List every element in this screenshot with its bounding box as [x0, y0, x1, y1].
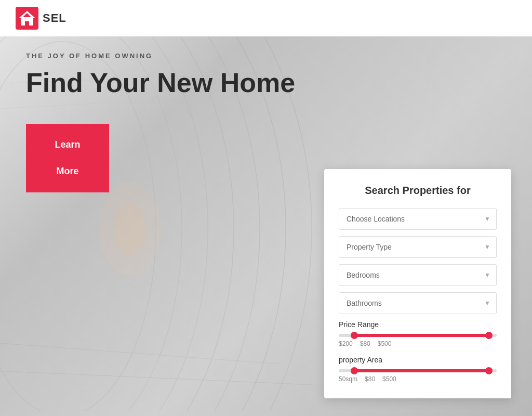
property-area-label: property Area: [339, 356, 497, 364]
hero-title: Find Your New Home: [26, 68, 295, 98]
property-area-values: 50sqm $80 $500: [339, 375, 497, 383]
property-area-slider-container: [339, 369, 497, 372]
area-mid-value: $80: [365, 375, 375, 383]
search-panel: Search Properties for Choose Locations ▼…: [324, 169, 511, 398]
price-range-fill: [354, 334, 488, 337]
property-area-section: property Area 50sqm $80 $500: [339, 356, 497, 383]
property-area-thumb-right[interactable]: [485, 367, 493, 374]
location-dropdown[interactable]: Choose Locations: [339, 208, 497, 230]
hero-content: THE JOY OF HOME OWNING Find Your New Hom…: [26, 52, 295, 192]
price-range-label: Price Range: [339, 320, 497, 329]
price-max-value: $500: [378, 340, 392, 347]
bathrooms-dropdown[interactable]: Bathrooms: [339, 292, 497, 314]
price-mid-value: $80: [360, 340, 370, 347]
price-min-value: $200: [339, 340, 353, 347]
price-range-slider-container: [339, 334, 497, 337]
price-range-thumb-right[interactable]: [485, 332, 493, 339]
svg-line-13: [0, 343, 281, 364]
price-range-section: Price Range $200 $80 $500: [339, 320, 497, 347]
svg-line-12: [0, 369, 312, 385]
search-title: Search Properties for: [339, 185, 497, 197]
svg-point-15: [114, 203, 145, 255]
bedrooms-dropdown-wrapper: Bedrooms ▼: [339, 264, 497, 286]
hero-subtitle: THE JOY OF HOME OWNING: [26, 52, 295, 60]
price-range-values: $200 $80 $500: [339, 340, 497, 347]
bathrooms-dropdown-wrapper: Bathrooms ▼: [339, 292, 497, 314]
area-min-value: 50sqm: [339, 375, 357, 383]
property-area-fill: [354, 369, 488, 372]
header: SEL: [0, 0, 532, 36]
property-area-thumb-left[interactable]: [351, 367, 358, 374]
logo-container[interactable]: SEL: [16, 7, 66, 30]
logo-text: SEL: [43, 11, 66, 25]
area-max-value: $500: [382, 375, 396, 383]
property-type-dropdown[interactable]: Property Type: [339, 236, 497, 258]
logo-icon: [16, 7, 38, 30]
bedrooms-dropdown[interactable]: Bedrooms: [339, 264, 497, 286]
price-range-thumb-left[interactable]: [351, 332, 358, 339]
property-type-dropdown-wrapper: Property Type ▼: [339, 236, 497, 258]
location-dropdown-wrapper: Choose Locations ▼: [339, 208, 497, 230]
learn-more-button[interactable]: LearnMore: [26, 124, 109, 192]
